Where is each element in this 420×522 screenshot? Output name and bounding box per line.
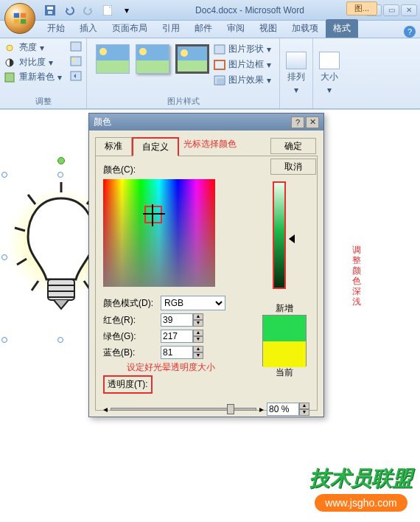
preview-new xyxy=(263,316,306,341)
transparency-slider[interactable] xyxy=(111,408,256,411)
green-spin-up[interactable]: ▲ xyxy=(193,330,203,336)
undo-icon[interactable] xyxy=(62,3,77,18)
svg-rect-13 xyxy=(5,73,14,82)
arrange-button[interactable]: 排列▾ xyxy=(280,38,313,108)
reset-pic-icon[interactable] xyxy=(70,71,82,83)
luminosity-bar[interactable] xyxy=(273,181,286,289)
quick-access-toolbar: ▾ xyxy=(43,3,134,18)
tab-custom[interactable]: 自定义 xyxy=(132,137,179,156)
svg-rect-3 xyxy=(21,19,26,24)
blue-spin-up[interactable]: ▲ xyxy=(193,346,203,352)
svg-rect-7 xyxy=(103,5,112,15)
watermark-url: www.jsgho.com xyxy=(315,494,407,512)
handle-nw[interactable] xyxy=(1,172,7,178)
tab-review[interactable]: 审阅 xyxy=(220,19,252,38)
context-tab-label: 图... xyxy=(346,1,377,15)
red-spin-down[interactable]: ▼ xyxy=(193,320,203,327)
tab-references[interactable]: 引用 xyxy=(155,19,187,38)
watermark: 技术员联盟 www.jsgho.com xyxy=(309,464,413,512)
tab-layout[interactable]: 页面布局 xyxy=(105,19,155,38)
window-title: Doc4.docx - Microsoft Word xyxy=(134,5,365,15)
transparency-input[interactable] xyxy=(267,403,299,416)
blue-label: 蓝色(B): xyxy=(103,347,156,359)
annot-depth: 调整颜色深浅 xyxy=(352,245,363,307)
blue-input[interactable] xyxy=(161,346,193,359)
svg-rect-2 xyxy=(14,19,19,24)
dialog-titlebar[interactable]: 颜色 ? ✕ xyxy=(89,114,323,130)
group-adjust: 亮度 ▾ 对比度 ▾ 重新着色 ▾ 调整 xyxy=(0,38,87,108)
svg-rect-15 xyxy=(214,45,225,54)
color-field[interactable] xyxy=(103,179,215,287)
change-pic-icon[interactable] xyxy=(70,56,82,69)
green-label: 绿色(G): xyxy=(103,330,156,343)
annot-trans: 设定好光晕透明度大小 xyxy=(127,361,215,374)
recolor-button[interactable]: 重新着色 ▾ xyxy=(4,71,82,83)
tab-mail[interactable]: 邮件 xyxy=(187,19,220,38)
preview-current xyxy=(263,341,306,367)
save-icon[interactable] xyxy=(43,3,57,18)
svg-point-8 xyxy=(7,45,13,51)
new-doc-icon[interactable] xyxy=(100,3,115,18)
svg-rect-16 xyxy=(214,60,225,69)
picture-effects-button[interactable]: 图片效果 ▾ xyxy=(214,74,271,86)
restore-button[interactable]: ▭ xyxy=(383,4,399,16)
blue-spin-down[interactable]: ▼ xyxy=(193,352,203,359)
brightness-button[interactable]: 亮度 ▾ xyxy=(4,41,82,54)
picture-border-button[interactable]: 图片边框 ▾ xyxy=(214,58,271,71)
colors-label: 颜色(C): xyxy=(103,164,309,176)
tab-format[interactable]: 格式 xyxy=(326,19,358,38)
red-label: 红色(R): xyxy=(103,314,156,327)
red-input[interactable] xyxy=(161,313,193,327)
compress-icon[interactable] xyxy=(70,41,82,54)
green-input[interactable] xyxy=(161,330,193,343)
luminosity-pointer[interactable] xyxy=(289,234,295,243)
color-cursor[interactable] xyxy=(144,206,162,223)
ribbon: 亮度 ▾ 对比度 ▾ 重新着色 ▾ 调整 图片形状 ▾ 图片边框 ▾ 图片效果 … xyxy=(0,38,420,109)
document-canvas[interactable]: 颜色 ? ✕ 确定 取消 标准 自定义 光标选择颜色 颜色(C): 调 xyxy=(0,109,420,519)
handle-n[interactable] xyxy=(57,172,63,178)
ribbon-tabs: 开始 插入 页面布局 引用 邮件 审阅 视图 加载项 格式 ? xyxy=(0,21,420,38)
slider-left-icon[interactable]: ◂ xyxy=(103,404,108,414)
redo-icon[interactable] xyxy=(81,3,96,18)
dialog-close-button[interactable]: ✕ xyxy=(306,116,319,128)
handle-sw[interactable] xyxy=(1,337,7,343)
tab-view[interactable]: 视图 xyxy=(252,19,284,38)
trans-spin-up[interactable]: ▲ xyxy=(299,403,309,409)
rotate-handle[interactable] xyxy=(57,157,65,164)
trans-spin-down[interactable]: ▼ xyxy=(299,409,309,416)
svg-point-12 xyxy=(72,58,75,61)
office-button[interactable] xyxy=(4,3,35,34)
red-spin-up[interactable]: ▲ xyxy=(193,313,203,320)
title-bar: ▾ Doc4.docx - Microsoft Word 图... ─ ▭ ✕ xyxy=(0,0,420,21)
color-preview: 新增 当前 xyxy=(262,302,307,379)
dialog-help-button[interactable]: ? xyxy=(291,116,304,128)
style-thumb-3[interactable] xyxy=(175,44,209,74)
slider-thumb[interactable] xyxy=(227,404,234,414)
svg-rect-11 xyxy=(71,57,81,66)
ok-button[interactable]: 确定 xyxy=(270,138,316,154)
handle-w[interactable] xyxy=(1,254,7,260)
help-icon[interactable]: ? xyxy=(404,26,416,38)
slider-right-icon[interactable]: ▸ xyxy=(259,404,264,414)
color-dialog: 颜色 ? ✕ 确定 取消 标准 自定义 光标选择颜色 颜色(C): 调 xyxy=(88,113,324,417)
annot-cursor: 光标选择颜色 xyxy=(183,138,237,150)
tab-standard[interactable]: 标准 xyxy=(95,137,132,156)
green-spin-down[interactable]: ▼ xyxy=(193,336,203,343)
close-button[interactable]: ✕ xyxy=(401,4,417,16)
picture-shape-button[interactable]: 图片形状 ▾ xyxy=(214,43,271,55)
size-button[interactable]: 大小▾ xyxy=(313,38,346,108)
tab-insert[interactable]: 插入 xyxy=(72,19,105,38)
svg-rect-5 xyxy=(47,7,53,10)
group-label-adjust: 调整 xyxy=(0,96,86,107)
group-label-styles: 图片样式 xyxy=(87,96,279,107)
contrast-button[interactable]: 对比度 ▾ xyxy=(4,56,82,69)
svg-rect-0 xyxy=(14,13,19,18)
mode-label: 颜色模式(D): xyxy=(103,297,156,310)
style-thumb-2[interactable] xyxy=(136,44,169,74)
color-mode-select[interactable]: RGB xyxy=(161,296,225,310)
style-thumb-1[interactable] xyxy=(96,44,130,74)
tab-home[interactable]: 开始 xyxy=(40,19,72,38)
tab-addins[interactable]: 加载项 xyxy=(284,19,326,38)
qat-dropdown-icon[interactable]: ▾ xyxy=(119,3,134,18)
handle-s[interactable] xyxy=(57,337,63,343)
